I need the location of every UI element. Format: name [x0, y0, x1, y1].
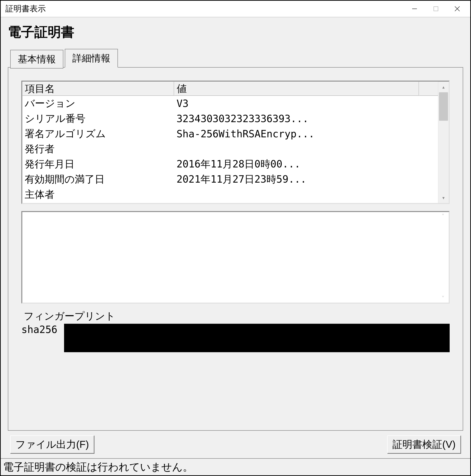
verify-certificate-button[interactable]: 証明書検証(V): [387, 435, 461, 454]
listview: 項目名 値 バージョンV3シリアル番号3234303032323336393..…: [22, 82, 438, 203]
fingerprint-row: sha256: [21, 324, 450, 352]
certificate-field-list[interactable]: 項目名 値 バージョンV3シリアル番号3234303032323336393..…: [21, 81, 450, 204]
cell-field-value: V3: [174, 98, 438, 109]
maximize-icon: [433, 5, 439, 12]
cell-field-name: 主体者: [22, 188, 174, 201]
table-row[interactable]: 発行者: [22, 141, 438, 156]
cell-field-name: シリアル番号: [22, 112, 174, 125]
cell-field-value: 3234303032323336393...: [174, 113, 438, 124]
scroll-down-icon[interactable]: ▾: [438, 192, 449, 203]
minimize-icon: [411, 5, 418, 12]
scroll-down-icon: ˅: [442, 295, 444, 302]
scroll-thumb[interactable]: [439, 92, 448, 121]
content-area: 電子証明書 基本情報 詳細情報 項目名 値 バージョンV3シリアル番号32343…: [1, 17, 470, 458]
table-row[interactable]: バージョンV3: [22, 96, 438, 111]
cell-field-name: バージョン: [22, 97, 174, 110]
close-button[interactable]: [447, 2, 468, 16]
listview-body: バージョンV3シリアル番号3234303032323336393...署名アルゴ…: [22, 96, 438, 202]
column-header-spacer: [419, 82, 438, 96]
window-controls: [404, 2, 468, 16]
listview-scrollbar[interactable]: ▴ ▾: [438, 82, 449, 203]
button-row: ファイル出力(F) 証明書検証(V): [8, 431, 463, 456]
cell-field-name: 有効期間の満了日: [22, 173, 174, 186]
table-row[interactable]: 署名アルゴリズムSha-256WithRSAEncryp...: [22, 126, 438, 141]
column-header-value[interactable]: 値: [174, 82, 419, 96]
field-detail-textarea[interactable]: ˄ ˅: [21, 211, 450, 304]
cell-field-name: 発行年月日: [22, 157, 174, 171]
fingerprint-section: フィンガープリント sha256: [21, 309, 450, 352]
table-row[interactable]: 主体者: [22, 187, 438, 202]
maximize-button[interactable]: [425, 2, 447, 16]
tab-detail-info[interactable]: 詳細情報: [65, 49, 118, 68]
tabpanel-detail: 項目名 値 バージョンV3シリアル番号3234303032323336393..…: [8, 67, 463, 431]
listview-header: 項目名 値: [22, 82, 438, 96]
table-row[interactable]: シリアル番号3234303032323336393...: [22, 111, 438, 126]
detail-scrollbar[interactable]: ˄ ˅: [438, 213, 448, 302]
minimize-button[interactable]: [404, 2, 425, 16]
scroll-up-icon: ˄: [442, 213, 444, 220]
scroll-up-icon[interactable]: ▴: [438, 82, 449, 92]
status-bar: 電子証明書の検証は行われていません。: [1, 458, 470, 475]
svg-rect-1: [434, 7, 438, 11]
fingerprint-value-redacted: [64, 324, 450, 352]
fingerprint-algo: sha256: [21, 324, 64, 335]
titlebar[interactable]: 証明書表示: [1, 1, 470, 17]
cell-field-name: 発行者: [22, 142, 174, 155]
cell-field-value: 2016年11月28日0時00...: [174, 157, 438, 171]
cell-field-value: Sha-256WithRSAEncryp...: [174, 128, 438, 140]
table-row[interactable]: 発行年月日2016年11月28日0時00...: [22, 156, 438, 172]
fingerprint-label: フィンガープリント: [21, 309, 450, 323]
tabstrip: 基本情報 詳細情報: [10, 48, 463, 67]
page-heading: 電子証明書: [8, 23, 463, 41]
close-icon: [454, 5, 461, 12]
scroll-track[interactable]: [438, 92, 449, 192]
window-title: 証明書表示: [5, 3, 404, 14]
cell-field-name: 署名アルゴリズム: [22, 127, 174, 140]
cell-field-value: 2021年11月27日23時59...: [174, 173, 438, 186]
column-header-name[interactable]: 項目名: [22, 82, 174, 96]
export-file-button[interactable]: ファイル出力(F): [10, 435, 94, 454]
table-row[interactable]: 有効期間の満了日2021年11月27日23時59...: [22, 172, 438, 187]
tab-basic-info[interactable]: 基本情報: [10, 50, 63, 68]
window: 証明書表示 電子証明書 基本情報 詳細情報 項目名 値: [0, 0, 471, 476]
